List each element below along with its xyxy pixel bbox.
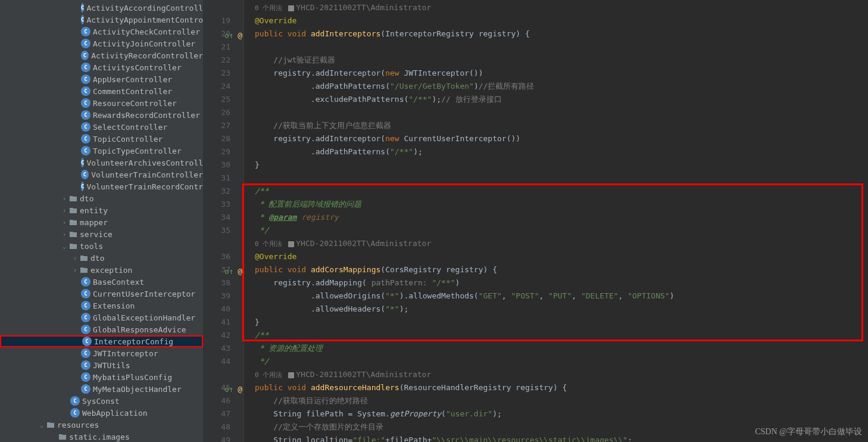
tree-item-interceptorconfig[interactable]: CInterceptorConfig bbox=[0, 335, 203, 347]
tree-item-mapper[interactable]: ›mapper bbox=[0, 216, 203, 228]
class-icon: C bbox=[81, 313, 90, 322]
tree-item-volunteertrainrecordcontroller[interactable]: CVolunteerTrainRecordController bbox=[0, 180, 203, 192]
tree-item-dto[interactable]: ›dto bbox=[0, 192, 203, 204]
project-tree[interactable]: CActivityAccordingControllerCActivityApp… bbox=[0, 0, 204, 442]
tree-item-commentcontroller[interactable]: CCommentController bbox=[0, 85, 203, 97]
tree-item-jwtinterceptor[interactable]: CJWTInterceptor bbox=[0, 347, 203, 359]
tree-item-activityjoincontroller[interactable]: CActivityJoinController bbox=[0, 38, 203, 49]
tree-item-resources[interactable]: ⌄resources bbox=[0, 419, 203, 431]
tree-item-globalresponseadvice[interactable]: CGlobalResponseAdvice bbox=[0, 323, 203, 335]
code-line[interactable]: .addPathPatterns("/User/GetByToken")//拦截… bbox=[244, 80, 868, 93]
code-line[interactable]: * @param registry bbox=[244, 211, 868, 224]
code-line[interactable]: /** bbox=[244, 329, 868, 342]
tree-item-activitycheckcontroller[interactable]: CActivityCheckController bbox=[0, 26, 203, 38]
code-line[interactable] bbox=[244, 106, 868, 119]
line-number: 27 bbox=[204, 119, 243, 132]
tree-item-webapplication[interactable]: CWebApplication bbox=[0, 407, 203, 419]
code-line[interactable]: //获取当前上下文用户信息拦截器 bbox=[244, 119, 868, 132]
line-number: 23 bbox=[204, 67, 243, 80]
code-area[interactable]: 0 个用法YHCD-20211002TT\Administrator@Overr… bbox=[244, 0, 868, 442]
line-number: 28 bbox=[204, 132, 243, 145]
code-line[interactable]: //获取项目运行的绝对路径 bbox=[244, 394, 868, 407]
code-line[interactable]: .addPathPatterns("/**"); bbox=[244, 145, 868, 158]
tree-item-basecontext[interactable]: CBaseContext bbox=[0, 276, 203, 288]
code-line[interactable]: */ bbox=[244, 224, 868, 237]
code-line[interactable]: //jwt验证拦截器 bbox=[244, 54, 868, 67]
line-number: 30 bbox=[204, 158, 243, 172]
tree-item-currentuserinterceptor[interactable]: CCurrentUserInterceptor bbox=[0, 288, 203, 300]
code-line[interactable]: .allowedHeaders("*"); bbox=[244, 303, 868, 316]
code-line[interactable]: @Override bbox=[244, 14, 868, 27]
tree-item-activityrecordcontroller[interactable]: CActivityRecordController bbox=[0, 49, 203, 61]
tree-item-selectcontroller[interactable]: CSelectController bbox=[0, 121, 203, 133]
code-line[interactable]: public void addResourceHandlers(Resource… bbox=[244, 381, 868, 394]
line-number: 35 bbox=[204, 224, 243, 237]
code-line[interactable]: registry.addInterceptor(new CurrentUserI… bbox=[244, 132, 868, 145]
code-line[interactable]: } bbox=[244, 316, 868, 329]
tree-label: entity bbox=[80, 206, 108, 215]
tree-item-entity[interactable]: ›entity bbox=[0, 204, 203, 216]
tree-item-jwtutils[interactable]: CJWTUtils bbox=[0, 359, 203, 371]
tree-item-service[interactable]: ›service bbox=[0, 228, 203, 240]
tree-item-mymetaobjecthandler[interactable]: CMyMetaObjectHandler bbox=[0, 383, 203, 395]
line-number: 25 bbox=[204, 93, 243, 106]
tree-item-topictypecontroller[interactable]: CTopicTypeController bbox=[0, 145, 203, 157]
line-number: 20o↑ @ bbox=[204, 27, 243, 41]
class-icon: C bbox=[81, 51, 89, 60]
tree-item-activityappointmentcontroller[interactable]: CActivityAppointmentController bbox=[0, 14, 203, 26]
tree-label: Extension bbox=[93, 301, 135, 310]
tree-item-activityscontroller[interactable]: CActivitysController bbox=[0, 61, 203, 73]
line-number: 37o↑ @ bbox=[204, 263, 243, 276]
code-line[interactable]: public void addCorsMappings(CorsRegistry… bbox=[244, 263, 868, 276]
class-icon: C bbox=[81, 74, 90, 84]
class-icon: C bbox=[81, 39, 90, 48]
line-gutter: 1920o↑ @21222324252627282930313233343536… bbox=[204, 0, 244, 442]
code-line[interactable]: .allowedOrigins("*").allowedMethods("GET… bbox=[244, 290, 868, 303]
chevron-icon: › bbox=[60, 207, 69, 214]
code-line[interactable]: public void addInterceptors(InterceptorR… bbox=[244, 27, 868, 41]
class-icon: C bbox=[81, 122, 90, 132]
code-editor[interactable]: 1920o↑ @21222324252627282930313233343536… bbox=[204, 0, 868, 442]
code-line[interactable]: } bbox=[244, 158, 868, 172]
folder-icon bbox=[46, 420, 55, 429]
tree-item-rewardsrecordcontroller[interactable]: CRewardsRecordController bbox=[0, 109, 203, 121]
tree-item-static.images[interactable]: static.images bbox=[0, 431, 203, 442]
tree-item-exception[interactable]: ›exception bbox=[0, 264, 203, 276]
code-line[interactable]: 0 个用法YHCD-20211002TT\Administrator bbox=[244, 368, 868, 381]
tree-item-appusercontroller[interactable]: CAppUserController bbox=[0, 73, 203, 85]
tree-item-extension[interactable]: CExtension bbox=[0, 300, 203, 312]
class-icon: C bbox=[81, 360, 90, 370]
code-line[interactable]: /** bbox=[244, 185, 868, 198]
tree-item-resourcecontroller[interactable]: CResourceController bbox=[0, 97, 203, 109]
folder-icon bbox=[69, 241, 77, 251]
tree-item-volunteerarchivescontroller[interactable]: CVolunteerArchivesController bbox=[0, 157, 203, 169]
tree-item-dto[interactable]: ›dto bbox=[0, 252, 203, 264]
tree-label: CommentController bbox=[93, 87, 172, 96]
tree-item-globalexceptionhandler[interactable]: CGlobalExceptionHandler bbox=[0, 312, 203, 323]
code-line[interactable]: registry.addInterceptor(new JWTIntercept… bbox=[244, 67, 868, 80]
line-number: 29 bbox=[204, 145, 243, 158]
code-line[interactable]: @Override bbox=[244, 250, 868, 263]
tree-item-mybatisplusconfig[interactable]: CMybatisPlusConfig bbox=[0, 371, 203, 383]
code-line[interactable]: .excludePathPatterns("/**");// 放行登录接口 bbox=[244, 93, 868, 106]
tree-item-topiccontroller[interactable]: CTopicController bbox=[0, 133, 203, 145]
code-line[interactable]: 0 个用法YHCD-20211002TT\Administrator bbox=[244, 237, 868, 250]
line-number: 36 bbox=[204, 250, 243, 263]
code-line[interactable]: 0 个用法YHCD-20211002TT\Administrator bbox=[244, 1, 868, 14]
tree-item-volunteertraincontroller[interactable]: CVolunteerTrainController bbox=[0, 169, 203, 180]
code-line[interactable] bbox=[244, 41, 868, 54]
tree-item-tools[interactable]: ⌄tools bbox=[0, 240, 203, 252]
tree-label: ResourceController bbox=[93, 99, 177, 108]
code-line[interactable]: String filePath = System.getProperty("us… bbox=[244, 407, 868, 421]
code-line[interactable]: * 配置前后端跨域报错的问题 bbox=[244, 198, 868, 211]
code-line[interactable]: */ bbox=[244, 355, 868, 368]
class-icon: C bbox=[81, 134, 90, 144]
code-line[interactable]: * 资源的配置处理 bbox=[244, 342, 868, 355]
line-number: 42 bbox=[204, 329, 243, 342]
tree-label: dto bbox=[90, 254, 104, 263]
code-line[interactable]: registry.addMapping( pathPattern: "/**") bbox=[244, 276, 868, 290]
tree-item-sysconst[interactable]: CSysConst bbox=[0, 395, 203, 407]
tree-label: resources bbox=[57, 421, 99, 429]
code-line[interactable] bbox=[244, 172, 868, 185]
tree-item-activityaccordingcontroller[interactable]: CActivityAccordingController bbox=[0, 2, 203, 14]
